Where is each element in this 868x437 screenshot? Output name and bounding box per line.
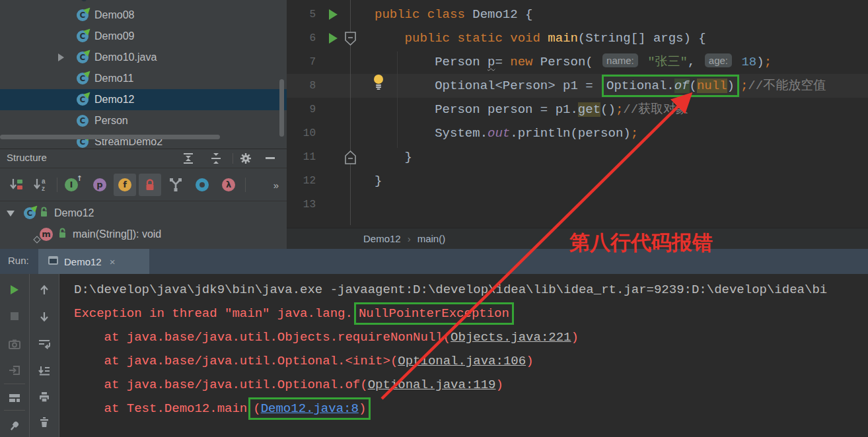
console-line-1: D:\develop\java\jdk9\bin\java.exe -javaa… [74, 278, 868, 302]
stack-trace-link[interactable]: Objects.java:221 [451, 330, 571, 345]
show-fields-icon[interactable]: f [114, 174, 136, 196]
tree-item-person[interactable]: Person [0, 110, 287, 131]
tree-item-demo09[interactable]: Demo09 [0, 26, 287, 47]
up-stack-trace-icon[interactable] [30, 279, 59, 300]
layout-button[interactable] [0, 387, 29, 409]
breadcrumb-class[interactable]: Demo12 [363, 233, 401, 244]
method-icon: m [40, 228, 53, 241]
structure-panel-title: Structure [7, 152, 47, 163]
code-line-10[interactable]: 10 System.out.println(person); [287, 121, 868, 145]
run-toolwindow: D:\develop\java\jdk9\bin\java.exe -javaa… [0, 274, 868, 437]
sort-by-visibility-icon[interactable] [5, 174, 27, 196]
code-line-13[interactable]: 13 [287, 193, 868, 217]
tree-item-demo10-java[interactable]: Demo10.java [0, 47, 287, 68]
show-anonymous-classes-icon[interactable] [191, 174, 213, 196]
class-icon [77, 30, 89, 42]
soft-wrap-icon[interactable] [30, 333, 59, 354]
tree-item-label: Demo09 [94, 30, 134, 42]
show-lambdas-icon[interactable]: λ [217, 174, 240, 196]
code-lines: 5public class Demo12 {6 public static vo… [287, 3, 868, 217]
intention-bulb-icon[interactable] [373, 74, 384, 92]
console-line-6: at Test.Demo12.main(Demo12.java:8) [74, 397, 868, 420]
show-properties-icon[interactable]: p [89, 174, 111, 196]
svg-text:a: a [42, 178, 46, 185]
svg-text:z: z [42, 185, 45, 192]
line-number: 5 [287, 9, 321, 20]
structure-header: Structure [0, 149, 287, 168]
console-line-2: Exception in thread "main" java.lang.Nul… [74, 302, 868, 325]
tree-horizontal-scrollbar[interactable] [0, 135, 220, 139]
expand-all-icon[interactable] [182, 152, 196, 164]
structure-item-label: Demo12 [54, 207, 94, 219]
structure-item-method[interactable]: m main(String[]): void [0, 224, 287, 245]
code-line-6[interactable]: 6 public static void main(String[] args)… [287, 26, 868, 50]
line-number: 12 [287, 175, 321, 187]
tree-item-streamdemo2[interactable]: StreamDemo2 [0, 131, 287, 149]
print-icon[interactable] [30, 386, 59, 407]
stack-trace-link[interactable]: Optional.java:106 [398, 354, 526, 368]
structure-tree: Demo12 m main(String[]): void [0, 201, 287, 245]
stop-button[interactable] [0, 306, 29, 327]
stack-trace-link[interactable]: Demo12.java:8 [261, 401, 359, 416]
class-icon [77, 51, 89, 63]
code-line-7[interactable]: 7 Person p= new Person( name: "张三", age:… [287, 50, 868, 74]
line-number: 13 [287, 199, 321, 211]
green-highlight-box: NullPointerException [354, 302, 514, 325]
code-line-12[interactable]: 12} [287, 169, 868, 193]
code-line-11[interactable]: 11 } [287, 145, 868, 169]
run-label: Run: [8, 255, 29, 266]
tree-vertical-scrollbar[interactable] [279, 79, 284, 137]
exit-console-button[interactable] [0, 360, 29, 381]
breadcrumb: Demo12 › main() [287, 228, 868, 249]
structure-item-class[interactable]: Demo12 [0, 203, 287, 224]
screenshot-button[interactable] [0, 333, 29, 354]
rerun-button[interactable] [0, 279, 29, 300]
code-line-5[interactable]: 5public class Demo12 { [287, 3, 868, 26]
tree-item-label: Demo10.java [94, 51, 157, 63]
breadcrumb-method[interactable]: main() [417, 233, 446, 244]
run-toolwindow-header: Run: Demo12 × [0, 249, 868, 274]
gear-icon[interactable] [239, 152, 252, 164]
class-icon [77, 94, 89, 106]
tree-item-demo12[interactable]: Demo12 [0, 89, 287, 110]
expand-arrow-icon[interactable] [58, 53, 64, 61]
scroll-to-end-icon[interactable] [30, 360, 59, 381]
clear-all-icon[interactable] [30, 411, 59, 432]
console-tab-icon [48, 255, 59, 268]
line-number: 9 [287, 104, 321, 116]
console-line-4: at java.base/java.util.Optional.<init>(O… [74, 349, 868, 373]
close-tab-icon[interactable]: × [110, 256, 116, 267]
group-methods-icon[interactable] [164, 174, 187, 196]
stack-trace-link[interactable]: Optional.java:119 [368, 378, 496, 392]
project-tree-list: Demo08Demo09Demo10.javaDemo11Demo12Perso… [0, 0, 287, 149]
expanded-arrow-icon[interactable] [7, 211, 15, 217]
code-line-9[interactable]: 9 Person person = p1.get();//获取对象 [287, 98, 868, 121]
run-console-output[interactable]: D:\develop\java\jdk9\bin\java.exe -javaa… [59, 274, 868, 437]
sort-alphabetically-icon[interactable]: az [28, 174, 51, 196]
show-inherited-icon[interactable]: I [60, 174, 83, 196]
show-non-public-icon[interactable] [139, 174, 161, 196]
hide-panel-icon[interactable] [266, 157, 279, 169]
run-tab-demo12[interactable]: Demo12 × [38, 249, 149, 274]
tree-item-demo08[interactable]: Demo08 [0, 5, 287, 26]
tree-item-label: Demo12 [94, 94, 134, 106]
run-line-icon[interactable] [329, 9, 338, 20]
tree-item-label: Demo08 [94, 9, 134, 21]
fold-region-start-icon[interactable] [344, 32, 357, 48]
run-line-icon[interactable] [329, 33, 338, 44]
ide-window: Demo08Demo09Demo10.javaDemo11Demo12Perso… [0, 0, 868, 437]
toolbar-overflow-icon[interactable]: » [264, 174, 287, 196]
structure-panel: Structure [0, 149, 287, 250]
collapse-all-icon[interactable] [210, 152, 223, 164]
class-icon [77, 9, 89, 21]
down-stack-trace-icon[interactable] [30, 306, 59, 327]
pin-button[interactable] [0, 415, 29, 436]
class-icon [24, 207, 36, 219]
fold-region-end-icon[interactable] [344, 151, 357, 167]
line-number: 8 [287, 80, 321, 92]
run-tab-title: Demo12 [64, 256, 102, 267]
code-editor[interactable]: 5public class Demo12 {6 public static vo… [287, 0, 868, 228]
tree-item-demo11[interactable]: Demo11 [0, 68, 287, 89]
public-lock-icon [40, 207, 48, 220]
breadcrumb-separator: › [408, 233, 411, 244]
